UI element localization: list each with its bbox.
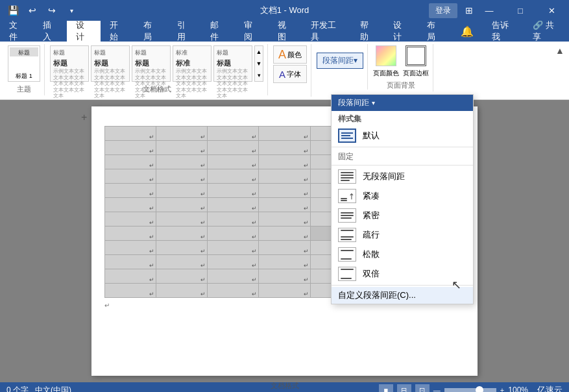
table-cell[interactable] (156, 169, 208, 184)
table-cell[interactable] (156, 227, 208, 241)
table-cell[interactable] (208, 269, 259, 284)
style-item-3[interactable]: 标准 标准 示例文本文本文本文本文本文本文本文本文本文本文本文本 (173, 45, 212, 82)
tab-tell-me[interactable]: 告诉我 (483, 21, 524, 42)
tab-design[interactable]: 设计 (67, 21, 101, 42)
table-cell[interactable] (259, 212, 310, 227)
tab-insert[interactable]: 插入 (34, 21, 67, 42)
view-btn-print[interactable]: ■ (379, 384, 393, 392)
table-cell[interactable] (105, 141, 156, 155)
table-cell[interactable] (259, 255, 310, 269)
dropdown-item-open[interactable]: 疏行 (332, 225, 473, 245)
table-cell[interactable] (105, 127, 156, 141)
table-cell[interactable] (259, 127, 310, 141)
table-cell[interactable] (156, 212, 208, 227)
table-cell[interactable] (105, 169, 156, 184)
table-cell[interactable] (259, 241, 310, 255)
table-cell[interactable] (259, 141, 310, 155)
table-cell[interactable] (105, 284, 156, 298)
table-cell[interactable] (105, 255, 156, 269)
table-cell[interactable] (105, 198, 156, 212)
minimize-button[interactable]: — (474, 0, 504, 21)
table-cell[interactable] (208, 169, 259, 184)
table-cell[interactable] (156, 255, 208, 269)
zoom-slider[interactable] (444, 388, 496, 392)
table-cell[interactable] (208, 141, 259, 155)
style-item-0[interactable]: 标题 标题 示例文本文本文本文本文本文本文本文本文本文本文本文本 (50, 45, 89, 82)
tab-share[interactable]: 🔗 共享 (524, 21, 569, 42)
table-cell[interactable] (208, 127, 259, 141)
gallery-arrow[interactable]: ▲ ▼ ▾ (254, 45, 263, 82)
dropdown-item-relaxed[interactable]: 松散 (332, 245, 473, 264)
page-color-swatch[interactable] (376, 45, 396, 66)
tab-references[interactable]: 引用 (168, 21, 202, 42)
close-button[interactable]: ✕ (537, 0, 566, 21)
zoom-plus[interactable]: + (500, 386, 504, 392)
style-item-1[interactable]: 标题 标题 示例文本文本文本文本文本文本文本文本文本文本文本文本 (91, 45, 130, 82)
table-cell[interactable] (208, 284, 259, 298)
table-cell[interactable] (105, 227, 156, 241)
table-cell[interactable] (156, 184, 208, 198)
table-cell[interactable] (156, 198, 208, 212)
tab-home[interactable]: 开始 (101, 21, 134, 42)
table-cell[interactable] (259, 227, 310, 241)
dropdown-title-arrow[interactable]: ▾ (372, 99, 375, 106)
table-cell[interactable] (105, 212, 156, 227)
table-cell[interactable] (156, 269, 208, 284)
para-spacing-button[interactable]: 段落间距▾ (317, 53, 363, 69)
table-cell[interactable] (156, 127, 208, 141)
table-cell[interactable] (259, 284, 310, 298)
view-btn-web[interactable]: ⊟ (397, 384, 411, 392)
table-cell[interactable] (156, 284, 208, 298)
tab-layout[interactable]: 布局 (134, 21, 168, 42)
zoom-minus[interactable]: — (433, 386, 441, 392)
tab-table-design[interactable]: 设计 (384, 21, 418, 42)
table-cell[interactable] (259, 198, 310, 212)
table-cell[interactable] (208, 227, 259, 241)
style-item-2[interactable]: 标题 标题 示例文本文本文本文本文本文本文本文本文本文本文本文本 (132, 45, 171, 82)
color-button[interactable]: A 颜色 (273, 45, 307, 64)
redo-button[interactable]: ↪ (43, 1, 61, 19)
table-cell[interactable] (208, 155, 259, 169)
page-border-icon[interactable] (406, 45, 426, 66)
tab-view[interactable]: 视图 (269, 21, 302, 42)
undo-button[interactable]: ↩ (23, 1, 42, 19)
table-cell[interactable] (156, 241, 208, 255)
table-cell[interactable] (156, 155, 208, 169)
style-item-4[interactable]: 标题 标题 示例文本文本文本文本文本文本文本文本文本文本文本文本 (213, 45, 252, 82)
dropdown-item-compact[interactable]: 紧凑 (332, 186, 473, 206)
tab-help[interactable]: 帮助 (351, 21, 385, 42)
layout-icon[interactable]: ⊞ (460, 1, 478, 19)
theme-item[interactable]: 标题 标题 1 (8, 45, 40, 82)
dropdown-item-none[interactable]: 无段落间距 (332, 167, 473, 186)
table-cell[interactable] (208, 241, 259, 255)
login-button[interactable]: 登录 (429, 3, 457, 18)
tab-table-layout[interactable]: 布局 (418, 21, 452, 42)
dropdown-item-default[interactable]: 默认 (332, 126, 473, 145)
tab-file[interactable]: 文件 (0, 21, 34, 42)
table-cell[interactable] (105, 269, 156, 284)
table-cell[interactable] (105, 184, 156, 198)
table-cell[interactable] (259, 269, 310, 284)
dropdown-item-double[interactable]: 双倍 (332, 264, 473, 284)
tab-notify[interactable]: 🔔 (452, 21, 483, 42)
ribbon-collapse-button[interactable]: ▲ (553, 44, 566, 57)
table-cell[interactable] (259, 169, 310, 184)
quick-access-dropdown[interactable]: ▾ (62, 1, 80, 19)
table-cell[interactable] (156, 141, 208, 155)
table-cell[interactable] (208, 198, 259, 212)
table-cell[interactable] (105, 155, 156, 169)
table-cell[interactable] (208, 184, 259, 198)
dropdown-item-tight[interactable]: 紧密 (332, 206, 473, 225)
table-cell[interactable] (259, 155, 310, 169)
view-btn-read[interactable]: ⊡ (415, 384, 430, 392)
dropdown-item-custom[interactable]: 自定义段落间距(C)... (332, 287, 473, 304)
table-cell[interactable] (259, 184, 310, 198)
tab-review[interactable]: 审阅 (235, 21, 269, 42)
save-button[interactable]: 💾 (4, 1, 22, 19)
maximize-button[interactable]: □ (505, 0, 535, 21)
tab-mailings[interactable]: 邮件 (201, 21, 235, 42)
table-cell[interactable] (105, 241, 156, 255)
table-cell[interactable] (208, 255, 259, 269)
table-cell[interactable] (208, 212, 259, 227)
font-button[interactable]: A 字体 (273, 65, 307, 83)
